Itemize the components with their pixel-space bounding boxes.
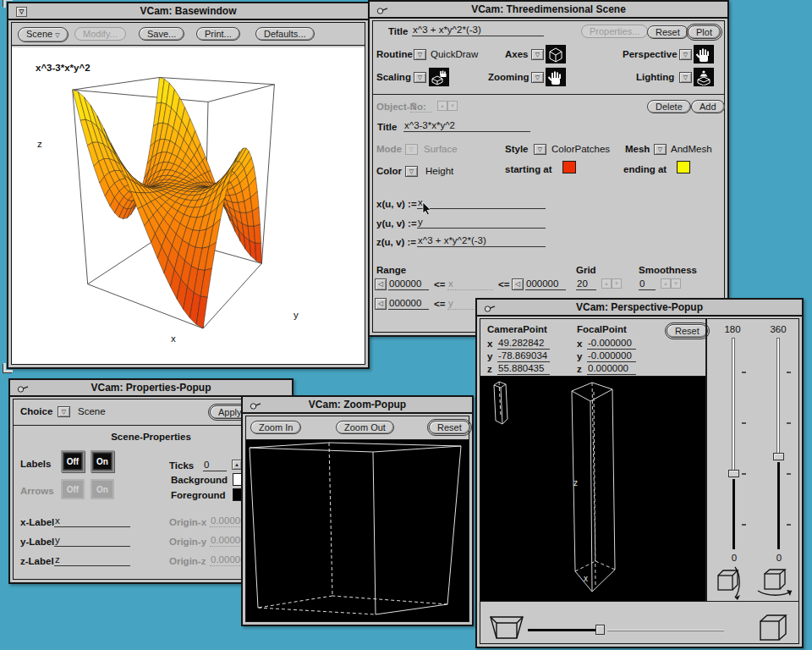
basewindow-toolbar: Scene ▽ Modify... Save... Print... Defau… <box>12 23 365 46</box>
camera-y-field[interactable]: -78.869034 <box>497 350 550 362</box>
y-label-label: y-Label <box>20 537 54 547</box>
zuv-field[interactable]: x^3 + x*y^2*(-3) <box>417 235 546 247</box>
arrows-on-toggle[interactable]: On <box>91 479 114 499</box>
mesh-menu-button[interactable]: ▽ <box>654 144 667 155</box>
properties-button[interactable]: Properties... <box>581 25 648 38</box>
slider-tick <box>787 524 791 526</box>
perspective-hand-icon[interactable] <box>694 45 714 63</box>
perspective-reset-button[interactable]: Reset <box>667 324 708 338</box>
azimuth-slider-thumb[interactable] <box>773 453 784 460</box>
range-x-max-field[interactable]: 000000 <box>525 278 566 290</box>
pushpin-icon[interactable] <box>484 302 497 314</box>
plot-formula-label: x^3-3*x*y^2 <box>36 63 91 73</box>
object-no-field[interactable]: 1 <box>410 101 432 113</box>
smooth-x-field[interactable]: 0 <box>639 278 656 290</box>
orthographic-cube-icon[interactable] <box>757 613 791 642</box>
xuv-field[interactable]: x <box>417 197 546 209</box>
color-menu-button[interactable]: ▽ <box>405 166 418 177</box>
azimuth-slider[interactable] <box>773 338 785 549</box>
properties-titlebar[interactable]: VCam: Properties-Popup <box>10 380 292 397</box>
routine-menu-button[interactable]: ▽ <box>414 49 426 60</box>
zoom-in-button[interactable]: Zoom In <box>250 421 301 434</box>
perspective-titlebar[interactable]: VCam: Perspective-Popup <box>477 300 802 317</box>
range-y-min-menu[interactable]: ◁ <box>375 298 387 310</box>
delete-button[interactable]: Delete <box>647 100 691 113</box>
lte-symbol: <= <box>434 299 445 309</box>
focal-z-field[interactable]: 0.000000 <box>587 363 636 375</box>
zooming-hand-icon[interactable] <box>546 68 566 86</box>
perspective-menu-button[interactable]: ▽ <box>679 49 692 60</box>
mouse-cursor <box>422 202 431 216</box>
scene-reset-button[interactable]: Reset <box>647 25 689 39</box>
range-x-max-menu[interactable]: ◁ <box>512 278 524 290</box>
properties-title: VCam: Properties-Popup <box>91 382 211 394</box>
print-button[interactable]: Print... <box>196 27 240 41</box>
lte-symbol: <= <box>498 279 509 289</box>
yuv-field[interactable]: y <box>417 217 546 229</box>
focal-x-field[interactable]: -0.000000 <box>587 338 636 350</box>
arrows-off-toggle[interactable]: Off <box>61 479 85 499</box>
zoom-reset-button[interactable]: Reset <box>429 421 470 434</box>
perspective-amount-slider[interactable] <box>528 622 724 637</box>
pushpin-icon[interactable] <box>250 399 262 411</box>
labels-off-toggle[interactable]: Off <box>61 450 85 472</box>
zoom-out-button[interactable]: Zoom Out <box>336 421 394 434</box>
range-x-min-field[interactable]: 000000 <box>388 278 429 290</box>
plot-canvas[interactable]: x^3-3*x*y^2 z x y <box>12 47 365 365</box>
object-title-field[interactable]: x^3-3*x*y^2 <box>403 120 530 132</box>
smooth-x-spinner[interactable]: ▲▼ <box>661 278 681 294</box>
basewindow-titlebar[interactable]: ▽ VCam: Basewindow <box>8 3 368 20</box>
plot-button[interactable]: Plot <box>688 25 721 39</box>
elevation-slider-thumb[interactable] <box>728 470 739 477</box>
grid-x-field[interactable]: 20 <box>576 278 596 290</box>
save-button[interactable]: Save... <box>139 27 184 41</box>
camera-z-field[interactable]: 55.880435 <box>497 363 550 375</box>
zoom-canvas[interactable] <box>246 439 469 621</box>
pushpin-icon[interactable] <box>17 383 30 394</box>
frustum-view-icon[interactable] <box>487 612 526 642</box>
scaling-menu-button[interactable]: ▽ <box>414 72 426 83</box>
window-menu-button[interactable]: ▽ <box>16 7 27 17</box>
range-x-min-menu[interactable]: ◁ <box>375 278 387 290</box>
pushpin-icon[interactable] <box>376 4 389 16</box>
slider-tick <box>787 422 791 424</box>
style-menu-button[interactable]: ▽ <box>534 144 546 155</box>
lighting-menu-button[interactable]: ▽ <box>679 72 692 83</box>
z-label-field[interactable]: z <box>54 554 130 566</box>
labels-on-toggle[interactable]: On <box>91 450 114 472</box>
perspective-canvas[interactable]: z x <box>480 376 705 601</box>
scene-titlebar[interactable]: VCam: Threedimensional Scene <box>370 2 727 19</box>
range-y-min-field[interactable]: 000000 <box>388 298 429 310</box>
zoom-titlebar[interactable]: VCam: Zoom-Popup <box>243 397 472 414</box>
focal-y-field[interactable]: -0.000000 <box>587 350 636 362</box>
slider-tick <box>787 372 791 373</box>
starting-color-swatch[interactable] <box>562 161 576 174</box>
scene-title-field[interactable]: x^3 + x*y^2*(-3) <box>412 25 544 36</box>
routine-value: QuickDraw <box>431 49 478 59</box>
rotate-vertical-cube-icon[interactable] <box>712 565 744 600</box>
modify-button[interactable]: Modify... <box>74 27 126 41</box>
perspective-amount-thumb[interactable] <box>595 625 605 635</box>
rotate-horizontal-cube-icon[interactable] <box>754 567 794 599</box>
x-label-field[interactable]: x <box>54 515 130 527</box>
axes-scene-icon[interactable] <box>546 45 566 63</box>
axes-menu-button[interactable]: ▽ <box>531 49 544 60</box>
camera-x-field[interactable]: 49.282842 <box>497 338 550 350</box>
y-label-field[interactable]: y <box>54 535 130 547</box>
choice-menu-button[interactable]: ▽ <box>58 406 70 417</box>
ending-color-swatch[interactable] <box>677 161 690 174</box>
grid-x-spinner[interactable]: ▲▼ <box>601 278 622 294</box>
ticks-field[interactable]: 0 <box>203 460 227 471</box>
lighting-scene-icon[interactable] <box>694 68 714 86</box>
zoom-wireframe <box>246 440 469 623</box>
add-button[interactable]: Add <box>691 100 725 113</box>
scene-menu-button[interactable]: Scene ▽ <box>18 27 69 42</box>
defaults-button[interactable]: Defaults... <box>255 27 315 41</box>
elevation-slider[interactable] <box>728 338 740 549</box>
lte-symbol: <= <box>434 279 445 289</box>
object-no-spinner[interactable]: ▲▼ <box>437 101 458 116</box>
zooming-menu-button[interactable]: ▽ <box>531 72 544 83</box>
scaling-scene-icon[interactable] <box>429 68 449 86</box>
mode-menu-button[interactable]: ▽ <box>405 144 418 155</box>
range-header: Range <box>376 265 406 275</box>
